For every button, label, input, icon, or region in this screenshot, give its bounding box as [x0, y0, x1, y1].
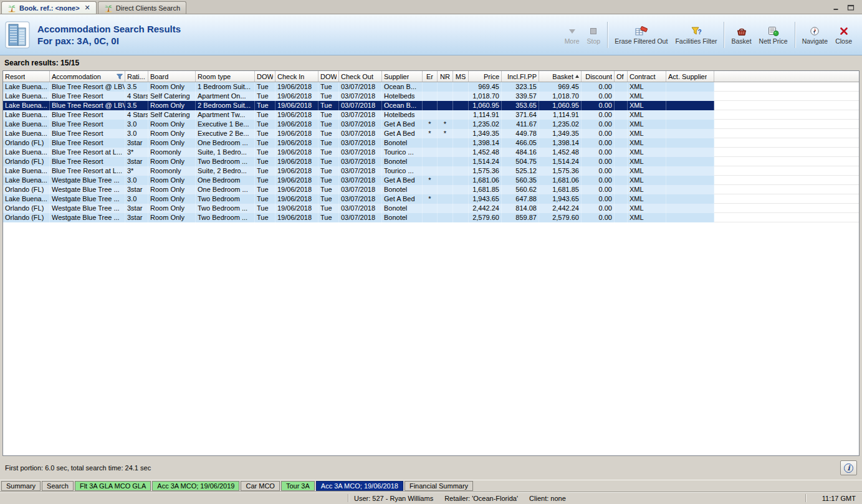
column-header[interactable]: Resort — [3, 71, 50, 82]
column-header[interactable]: Er — [423, 71, 438, 82]
table-cell — [423, 138, 438, 148]
close-button[interactable]: Close — [831, 23, 856, 46]
component-tab[interactable]: Financial Summary — [405, 481, 473, 491]
column-header[interactable]: Board — [148, 71, 196, 82]
maximize-button[interactable] — [846, 3, 856, 12]
nett-price-button[interactable]: Nett Price — [755, 23, 792, 46]
table-row[interactable]: Lake Buena...Blue Tree Resort at L...3*R… — [3, 148, 859, 157]
column-header[interactable]: Check In — [275, 71, 318, 82]
info-icon: i — [844, 464, 853, 473]
table-row[interactable]: Lake Buena...Blue Tree Resort @ LBV3.5Ro… — [3, 101, 859, 110]
table-row-filler — [714, 176, 859, 185]
table-row[interactable]: Orlando (FL)Westgate Blue Tree ...3starR… — [3, 213, 859, 222]
column-header[interactable]: Of — [615, 71, 628, 82]
table-row[interactable]: Lake Buena...Blue Tree Resort3.0Room Onl… — [3, 129, 859, 138]
table-cell: Bonotel — [382, 138, 423, 148]
table-row[interactable]: Lake Buena...Westgate Blue Tree ...3.0Ro… — [3, 176, 859, 185]
column-header[interactable]: Act. Supplier — [666, 71, 714, 82]
table-cell: Tue — [318, 213, 339, 222]
basket-button[interactable]: Basket — [727, 23, 755, 46]
column-header[interactable]: Check Out — [339, 71, 382, 82]
table-cell: * — [423, 120, 438, 129]
column-header[interactable]: MS — [453, 71, 469, 82]
table-row[interactable]: Orlando (FL)Blue Tree Resort3starRoom On… — [3, 157, 859, 166]
table-cell: Room Only — [148, 82, 196, 92]
status-bar: User: 527 - Ryan Williams Retailer: 'Oce… — [0, 492, 862, 504]
column-header[interactable]: Accommodation — [50, 71, 125, 82]
table-row-cells: Lake Buena...Blue Tree Resort4 StarsSelf… — [3, 92, 714, 101]
table-cell: Tue — [318, 157, 339, 166]
search-time-label: First portion: 6.0 sec, total search tim… — [5, 464, 151, 472]
table-cell: 3.0 — [125, 194, 148, 204]
column-header[interactable]: Room type — [196, 71, 255, 82]
column-header[interactable]: Price — [469, 71, 502, 82]
table-cell: 19/06/2018 — [275, 213, 318, 222]
palm-tree-icon — [7, 4, 16, 12]
column-header-label: Of — [616, 73, 624, 80]
table-row[interactable]: Lake Buena...Westgate Blue Tree ...3.0Ro… — [3, 194, 859, 204]
header: Accommodation Search Results For pax: 3A… — [0, 14, 862, 55]
column-header[interactable]: DOW — [318, 71, 339, 82]
table-cell — [423, 204, 438, 213]
table-cell — [453, 92, 469, 101]
erase-filtered-out-button[interactable]: Erase Filtered Out — [611, 23, 671, 46]
document-tab[interactable]: Direct Clients Search — [98, 1, 186, 14]
table-row[interactable]: Orlando (FL)Westgate Blue Tree ...3starR… — [3, 204, 859, 213]
table-cell: Lake Buena... — [3, 101, 50, 110]
stop-button[interactable]: Stop — [583, 23, 605, 46]
toolbar-button-label: Facilities Filter — [675, 37, 717, 45]
column-header[interactable]: Contract — [628, 71, 666, 82]
table-cell: Tue — [318, 82, 339, 92]
toolbar-button-label: Close — [835, 37, 852, 45]
component-tab[interactable]: Flt 3A GLA MCO GLA — [75, 481, 151, 491]
table-row[interactable]: Orlando (FL)Blue Tree Resort3starRoom On… — [3, 138, 859, 148]
column-header-label: Incl.Fl.PP — [507, 73, 537, 80]
table-row[interactable]: Orlando (FL)Westgate Blue Tree ...3starR… — [3, 185, 859, 194]
table-cell: 1,681.06 — [469, 176, 502, 185]
table-cell: 03/07/2018 — [339, 204, 382, 213]
table-cell: Room Only — [148, 120, 196, 129]
component-tab[interactable]: Summary — [1, 481, 41, 491]
column-header[interactable]: NR — [438, 71, 453, 82]
table-row[interactable]: Lake Buena...Blue Tree Resort3.0Room Onl… — [3, 120, 859, 129]
component-tab[interactable]: Acc 3A MCO; 19/06/2018 — [316, 481, 403, 491]
facilities-filter-button[interactable]: ?Facilities Filter — [671, 23, 721, 46]
component-tab[interactable]: Acc 3A MCO; 19/06/2019 — [152, 481, 239, 491]
document-tab[interactable]: Book. ref.: <none>✕ — [1, 1, 97, 14]
table-cell: 03/07/2018 — [339, 166, 382, 176]
column-header[interactable]: Supplier — [382, 71, 423, 82]
table-cell: Tue — [318, 204, 339, 213]
table-cell: 3.5 — [125, 101, 148, 110]
close-tab-icon[interactable]: ✕ — [85, 4, 90, 12]
table-row[interactable]: Lake Buena...Blue Tree Resort at L...3*R… — [3, 166, 859, 176]
more-button[interactable]: More — [561, 23, 583, 46]
column-header[interactable]: Rati... — [125, 71, 148, 82]
table-cell: 504.75 — [502, 157, 539, 166]
table-row[interactable]: Lake Buena...Blue Tree Resort4 StarsSelf… — [3, 92, 859, 101]
table-cell: Blue Tree Resort at L... — [50, 148, 125, 157]
table-row[interactable]: Lake Buena...Blue Tree Resort4 StarsSelf… — [3, 110, 859, 120]
table-cell — [615, 194, 628, 204]
table-cell: 19/06/2018 — [275, 101, 318, 110]
column-header[interactable]: DOW — [255, 71, 275, 82]
table-cell — [615, 92, 628, 101]
table-row-filler — [714, 138, 859, 148]
component-tab[interactable]: Search — [42, 481, 74, 491]
column-header[interactable]: Discount — [582, 71, 615, 82]
column-header[interactable]: Basket — [539, 71, 582, 82]
navigate-button[interactable]: Navigate — [798, 23, 831, 46]
table-cell: 0.00 — [582, 204, 615, 213]
table-row[interactable]: Lake Buena...Blue Tree Resort @ LBV3.5Ro… — [3, 82, 859, 92]
info-button[interactable]: i — [840, 460, 857, 475]
table-cell: Tue — [255, 213, 275, 222]
component-tab[interactable]: Car MCO — [241, 481, 279, 491]
results-bar: Search results: 15/15 — [0, 55, 862, 70]
column-header[interactable]: Incl.Fl.PP — [502, 71, 539, 82]
table-cell: 525.12 — [502, 166, 539, 176]
minimize-button[interactable] — [831, 3, 841, 12]
table-cell: 0.00 — [582, 166, 615, 176]
table-cell — [438, 101, 453, 110]
toolbar-button-label: More — [565, 37, 580, 45]
page-title: Accommodation Search Results — [37, 24, 181, 34]
component-tab[interactable]: Tour 3A — [281, 481, 315, 491]
